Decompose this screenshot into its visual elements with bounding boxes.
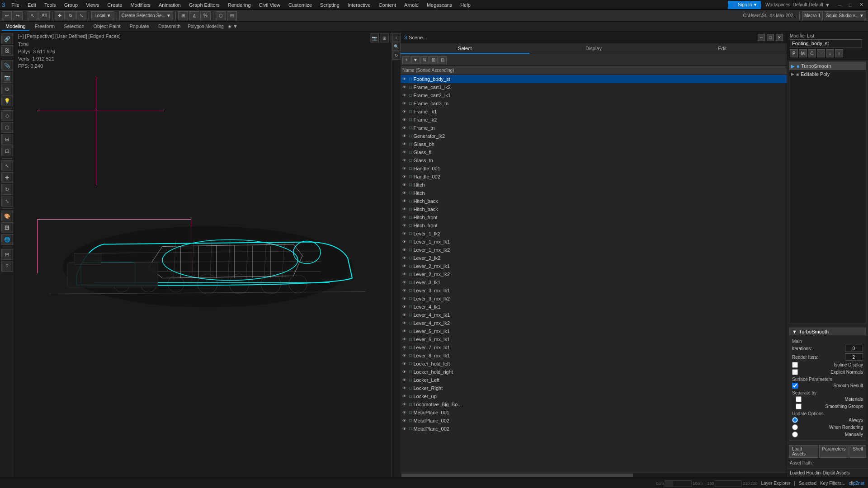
tab-selection[interactable]: Selection [60,23,88,31]
snap-toggle[interactable]: ⊞ [178,11,188,20]
vp-pan-icon[interactable]: ↕ [392,33,401,42]
workspace-button[interactable]: Squid Studio v... ▼ [824,11,866,20]
signin-button[interactable]: 👤 Sign In ▼ [728,1,761,9]
se-item-lever3-mx-lk2[interactable]: 👁 □ Lever_3_mx_lk2 [401,295,787,303]
mp-btn-3[interactable]: C [808,49,816,57]
mp-btn-5[interactable]: ↓ [826,49,834,57]
se-item-frame-cart2[interactable]: 👁 □ Frame_cart2_lk1 [401,91,787,99]
se-item-locker-right[interactable]: 👁 □ Locker_Right [401,384,787,392]
manually-radio[interactable] [792,432,798,437]
se-item-metalplane1[interactable]: 👁 □ MetalPlane_001 [401,408,787,417]
align-tool[interactable]: ⊟ [227,11,237,20]
mini-timeline-bar2[interactable] [715,480,742,487]
se-item-lever2-lk2[interactable]: 👁 □ Lever_2_lk2 [401,254,787,262]
se-item-frame-lk2[interactable]: 👁 □ Frame_lk2 [401,116,787,124]
select-all[interactable]: All [38,11,50,20]
se-item-lever4-lk1[interactable]: 👁 □ Lever_4_lk1 [401,303,787,311]
mp-btn-4[interactable]: - [817,49,825,57]
ts-collapse-btn[interactable]: ▼ TurboSmooth [789,328,866,335]
smooth-result-checkbox[interactable] [792,383,798,389]
se-tab-display[interactable]: Display [529,43,658,54]
mp-btn-2[interactable]: M [799,49,807,57]
percent-snap[interactable]: % [200,11,211,20]
explicit-normals-checkbox[interactable] [792,369,798,375]
se-item-frame-lk1[interactable]: 👁 □ Frame_lk1 [401,108,787,116]
iterations-input[interactable] [845,345,863,352]
link-tool[interactable]: 🔗 [1,33,13,44]
close-button[interactable]: ✕ [856,0,866,10]
tab-populate[interactable]: Populate [126,23,152,31]
redo-button[interactable]: ↪ [13,11,23,20]
mp-btn-6[interactable]: ↑ [835,49,843,57]
object-name-field[interactable] [790,39,862,47]
mini-frame-bar[interactable] [665,480,692,487]
se-item-hitch-front1[interactable]: 👁 □ Hitch_front [401,213,787,221]
se-item-lever8[interactable]: 👁 □ Lever_8_mx_lk1 [401,352,787,360]
bind-tool[interactable]: 📎 [1,60,13,71]
se-item-locker-hold-left[interactable]: 👁 □ Locker_hold_left [401,360,787,368]
se-item-locker-hold-right[interactable]: 👁 □ Locker_hold_right [401,368,787,376]
render-iters-input[interactable] [845,353,863,361]
menu-megascans[interactable]: Megascans [423,1,456,9]
se-item-frame-cart3[interactable]: 👁 □ Frame_cart3_tn [401,99,787,108]
se-item-locker-left[interactable]: 👁 □ Locker_Left [401,376,787,384]
move-obj[interactable]: ✚ [1,172,13,183]
se-item-lever1-lk2[interactable]: 👁 □ Lever_1_lk2 [401,230,787,238]
se-item-lever3-lk1[interactable]: 👁 □ Lever_3_lk1 [401,278,787,286]
viewport[interactable]: [+] [Perspective] [User Defined] [Edged … [14,32,401,477]
vp-zoom-icon[interactable]: 🔍 [392,42,401,51]
materials-checkbox[interactable] [796,396,802,402]
help-btn[interactable]: ? [1,261,13,272]
mp-btn-1[interactable]: P [790,49,798,57]
move-tool[interactable]: ✚ [55,11,65,20]
se-item-glass-fl[interactable]: 👁 □ Glass_fl [401,148,787,156]
se-item-glass-tn[interactable]: 👁 □ Glass_tn [401,156,787,164]
se-item-hitch1[interactable]: 👁 □ Hitch [401,181,787,189]
se-item-lever4-mx-lk1[interactable]: 👁 □ Lever_4_mx_lk1 [401,311,787,319]
se-item-metalplane2b[interactable]: 👁 □ MetalPlane_002 [401,425,787,433]
se-sort-btn[interactable]: ⇅ [420,56,429,64]
mod-turbosmooth[interactable]: ▶ ■ TurboSmooth [789,62,866,70]
se-close-btn[interactable]: ✕ [776,34,783,41]
minimize-button[interactable]: ─ [835,0,844,10]
se-item-handle002[interactable]: 👁 □ Handle_002 [401,173,787,181]
env-tool[interactable]: 🌐 [1,234,13,245]
se-item-lever2-mx-lk1[interactable]: 👁 □ Lever_2_mx_lk1 [401,262,787,270]
se-item-hitch-back2[interactable]: 👁 □ Hitch_back [401,205,787,213]
menu-scripting[interactable]: Scripting [316,1,343,9]
menu-rendering[interactable]: Rendering [224,1,255,9]
menu-create[interactable]: Create [104,1,126,9]
workspace-dropdown-icon[interactable]: ▼ [825,2,830,8]
light-tool[interactable]: 💡 [1,95,13,106]
angle-snap[interactable]: ∡ [189,11,199,20]
se-item-hitch2[interactable]: 👁 □ Hitch [401,189,787,197]
camera-tool[interactable]: 📷 [1,72,13,83]
menu-customize[interactable]: Customize [285,1,316,9]
load-assets-btn[interactable]: Load Assets [789,445,818,458]
create-selection-dropdown[interactable]: Create Selection Se... ▼ [119,11,173,20]
snap-btn[interactable]: ⊞ [1,249,13,260]
rotate-tool[interactable]: ↻ [66,11,75,20]
unlink-tool[interactable]: ⛓ [1,45,13,56]
shelf-btn[interactable]: Shelf [849,445,866,458]
macro-button[interactable]: Macro 1 [802,11,823,20]
menu-interactive[interactable]: Interactive [344,1,374,9]
tab-datasmith[interactable]: Datasmith [155,23,184,31]
se-collapse-btn[interactable]: ⊟ [439,56,447,64]
menu-arnold[interactable]: Arnold [401,1,422,9]
menu-graph-editors[interactable]: Graph Editors [185,1,223,9]
se-item-frame-tn[interactable]: 👁 □ Frame_tn [401,124,787,132]
menu-views[interactable]: Views [82,1,103,9]
se-item-metalplane2a[interactable]: 👁 □ MetalPlane_002 [401,417,787,425]
when-rendering-radio[interactable] [792,424,798,430]
menu-help[interactable]: Help [457,1,474,9]
se-filter-btn[interactable]: ▼ [411,56,420,64]
se-add-btn[interactable]: + [402,56,410,64]
se-item-lever3-mx-lk1[interactable]: 👁 □ Lever_3_mx_lk1 [401,286,787,295]
se-item-locker-up[interactable]: 👁 □ Locker_up [401,392,787,400]
vp-orbit-icon[interactable]: ↻ [392,52,401,60]
se-item-frame-cart1[interactable]: 👁 □ Frame_cart1_lk2 [401,83,787,91]
se-list[interactable]: 👁 □ Footing_body_st 👁 □ Frame_cart1_lk2 … [401,75,787,473]
menu-civil-view[interactable]: Civil View [255,1,284,9]
se-item-lever4-mx-lk2[interactable]: 👁 □ Lever_4_mx_lk2 [401,319,787,327]
